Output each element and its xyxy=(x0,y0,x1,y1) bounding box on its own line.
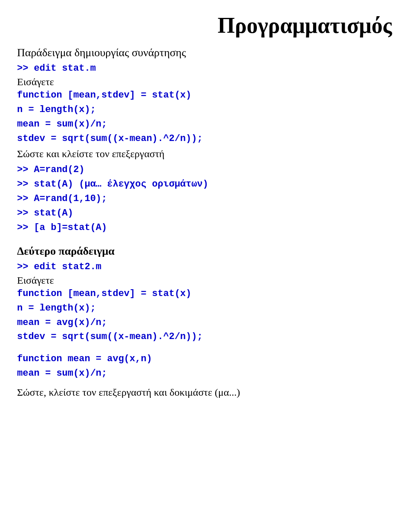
section2-code2: function mean = avg(x,n) mean = sum(x)/n… xyxy=(17,352,392,380)
section1-intro: Εισάγετε xyxy=(17,76,392,88)
s2-code-line-4: stdev = sqrt(sum((x-mean).^2/n)); xyxy=(17,330,392,344)
section1-cmd2: >> stat(A) (μα… έλεγχος ορισμάτων) xyxy=(17,178,392,191)
s2-code-line-2: n = length(x); xyxy=(17,302,392,315)
section1-code: function [mean,stdev] = stat(x) n = leng… xyxy=(17,89,392,146)
code-line-4: stdev = sqrt(sum((x-mean).^2/n)); xyxy=(17,132,392,146)
section1-command1: >> edit stat.m xyxy=(17,62,392,75)
section2: Δεύτερο παράδειγμα >> edit stat2.m Εισάγ… xyxy=(17,245,392,400)
page-title: Προγραμματισμός xyxy=(17,13,392,38)
section2-code1: function [mean,stdev] = stat(x) n = leng… xyxy=(17,287,392,344)
s2-code-line-1: function [mean,stdev] = stat(x) xyxy=(17,287,392,301)
code-line-1: function [mean,stdev] = stat(x) xyxy=(17,89,392,102)
section1: Παράδειγμα δημιουργίας συνάρτησης >> edi… xyxy=(17,46,392,235)
section1-cmd5: >> [a b]=stat(A) xyxy=(17,221,392,235)
s2-code2-line-2: mean = sum(x)/n; xyxy=(17,367,392,380)
code-line-2: n = length(x); xyxy=(17,103,392,117)
section1-cmd4: >> stat(A) xyxy=(17,207,392,220)
section1-heading: Παράδειγμα δημιουργίας συνάρτησης xyxy=(17,46,392,59)
section1-cmd3: >> A=rand(1,10); xyxy=(17,192,392,206)
section2-heading: Δεύτερο παράδειγμα xyxy=(17,245,392,258)
code-line-3: mean = sum(x)/n; xyxy=(17,118,392,131)
section1-cmd1: >> A=rand(2) xyxy=(17,163,392,177)
section2-instruction: Σώστε, κλείστε τον επεξεργαστή και δοκιμ… xyxy=(17,385,392,400)
section2-command1: >> edit stat2.m xyxy=(17,260,392,274)
s2-code2-line-1: function mean = avg(x,n) xyxy=(17,352,392,366)
section1-instruction: Σώστε και κλείστε τον επεξεργαστή xyxy=(17,146,392,161)
s2-code-line-3: mean = avg(x)/n; xyxy=(17,316,392,330)
section2-intro: Εισάγετε xyxy=(17,275,392,286)
